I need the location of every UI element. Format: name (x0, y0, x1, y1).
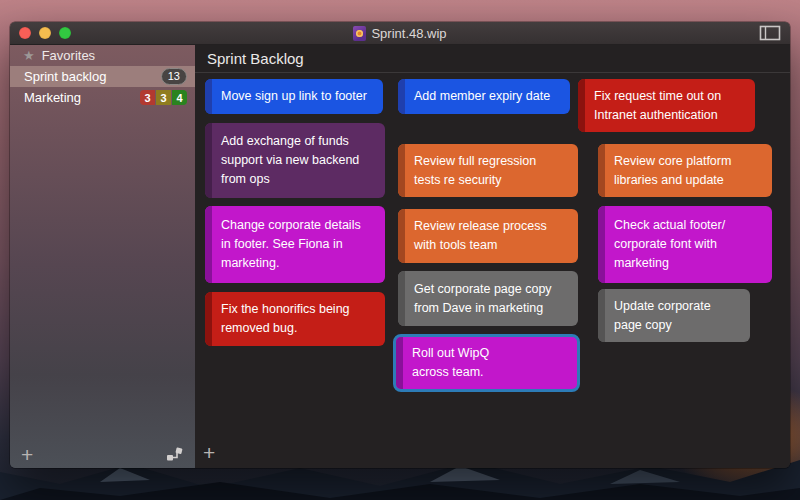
card-text: Update corporate page copy (598, 291, 721, 341)
sidebar-item-label: Marketing (24, 90, 81, 105)
card[interactable]: Review full regression tests re security (398, 144, 578, 197)
app-window: Sprint.48.wip ★ Favorites Sprint backlog… (10, 22, 790, 468)
sidebar-item-label: Sprint backlog (24, 69, 106, 84)
flowchart-icon[interactable] (166, 447, 184, 462)
window-title-group: Sprint.48.wip (353, 26, 446, 41)
card-text: Get corporate page copy from Dave in mar… (398, 274, 562, 324)
sidebar-bottom-bar: + (10, 441, 195, 468)
card[interactable]: Check actual footer/ corporate font with… (598, 206, 772, 283)
count-badge: 3 (156, 90, 171, 105)
add-card-button[interactable]: + (203, 442, 215, 463)
card[interactable]: Add exchange of funds support via new ba… (205, 123, 385, 198)
card-text: Review full regression tests re security (398, 146, 546, 196)
card-text: Fix the honorifics being removed bug. (205, 294, 360, 344)
count-badge: 3 (140, 90, 155, 105)
card-text: Roll out WipQ across team. (396, 338, 499, 388)
sidebar-toggle-icon[interactable] (758, 25, 782, 41)
sidebar-item-marketing[interactable]: Marketing 334 (10, 87, 195, 108)
card-text: Move sign up link to footer (205, 81, 377, 112)
titlebar[interactable]: Sprint.48.wip (10, 22, 790, 45)
sidebar-item-sprint-backlog[interactable]: Sprint backlog 13 (10, 66, 195, 87)
card-canvas[interactable]: Move sign up link to footerAdd member ex… (195, 45, 790, 468)
card[interactable]: Update corporate page copy (598, 289, 750, 342)
add-list-button[interactable]: + (21, 444, 33, 465)
traffic-lights (19, 27, 71, 39)
minimize-button[interactable] (39, 27, 51, 39)
card[interactable]: Move sign up link to footer (205, 79, 383, 114)
sidebar: ★ Favorites Sprint backlog 13 Marketing … (10, 45, 195, 468)
card-text: Check actual footer/ corporate font with… (598, 210, 735, 279)
count-badge: 4 (172, 90, 187, 105)
card-selected[interactable]: Roll out WipQ across team. (393, 334, 580, 392)
card[interactable]: Review release process with tools team (398, 209, 578, 263)
marketing-badges: 334 (140, 90, 187, 105)
count-badge: 13 (161, 68, 187, 85)
star-icon: ★ (23, 49, 35, 62)
card-text: Add exchange of funds support via new ba… (205, 126, 369, 195)
card[interactable]: Fix request time out on Intranet authent… (578, 79, 755, 132)
card-text: Change corporate details in footer. See … (205, 210, 371, 279)
zoom-button[interactable] (59, 27, 71, 39)
card[interactable]: Review core platform libraries and updat… (598, 144, 772, 197)
card-text: Review core platform libraries and updat… (598, 146, 741, 196)
window-title: Sprint.48.wip (371, 26, 446, 41)
card[interactable]: Change corporate details in footer. See … (205, 206, 385, 283)
card[interactable]: Add member expiry date (398, 79, 570, 114)
card[interactable]: Get corporate page copy from Dave in mar… (398, 271, 578, 326)
card[interactable]: Fix the honorifics being removed bug. (205, 292, 385, 346)
close-button[interactable] (19, 27, 31, 39)
card-text: Fix request time out on Intranet authent… (578, 81, 731, 131)
card-text: Review release process with tools team (398, 211, 557, 261)
board-pane: Sprint Backlog Move sign up link to foot… (195, 45, 790, 468)
favorites-label: Favorites (42, 48, 95, 63)
favorites-header: ★ Favorites (10, 45, 195, 66)
document-icon (353, 26, 366, 41)
card-text: Add member expiry date (398, 81, 560, 112)
